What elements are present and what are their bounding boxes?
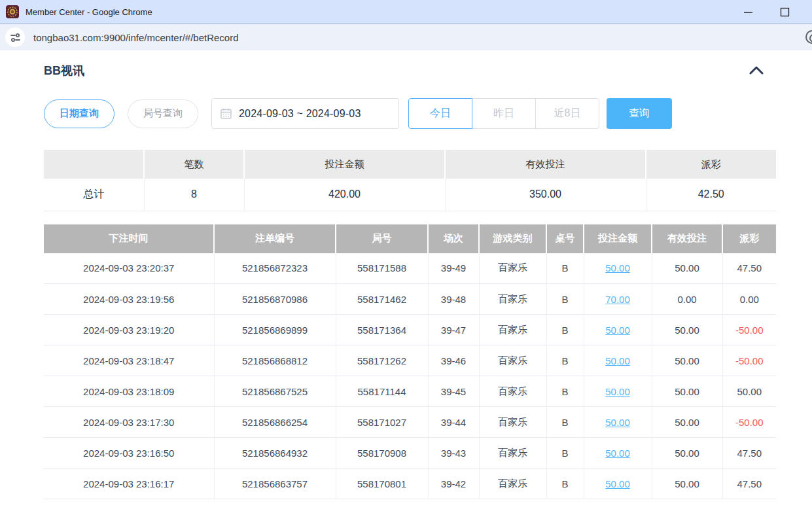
summary-header-cell: 有效投注 <box>445 150 646 179</box>
records-header-cell: 局号 <box>336 224 428 253</box>
table-no-cell: B <box>546 438 584 469</box>
quick-range-button-1[interactable]: 昨日 <box>472 98 536 129</box>
page-title: BB视讯 <box>44 63 84 79</box>
table-no-cell: B <box>546 345 584 376</box>
bet-amount-link[interactable]: 70.00 <box>605 294 630 305</box>
valid-bet-cell: 50.00 <box>652 469 722 499</box>
records-header-cell: 派彩 <box>722 224 776 253</box>
round-id-cell: 558171262 <box>336 345 428 376</box>
bet-amount-link[interactable]: 50.00 <box>605 386 630 397</box>
bet-id-cell: 521856863757 <box>214 469 336 499</box>
bet-id-cell: 521856864932 <box>214 438 336 469</box>
filter-toolbar: 日期查询 局号查询 2024-09-03 ~ 2024-09-03 今日昨日近8… <box>44 98 776 129</box>
game-type-cell: 百家乐 <box>479 284 546 315</box>
session-cell: 39-47 <box>428 315 479 345</box>
bet-time-cell: 2024-09-03 23:16:17 <box>44 469 214 499</box>
game-type-cell: 百家乐 <box>479 315 546 345</box>
payout-cell: 47.50 <box>722 469 776 499</box>
table-row: 2024-09-03 23:19:20521856869899558171364… <box>44 315 776 345</box>
bet-amount-cell: 50.00 <box>584 376 652 407</box>
bet-id-cell: 521856866254 <box>214 407 336 438</box>
window-titlebar: Member Center - Google Chrome <box>0 0 812 24</box>
bet-amount-link[interactable]: 50.00 <box>605 417 630 428</box>
round-id-cell: 558171588 <box>336 253 428 284</box>
site-favicon-icon <box>6 5 19 18</box>
maximize-button[interactable] <box>777 4 792 20</box>
summary-header-cell: 笔数 <box>144 150 244 179</box>
quick-range-group: 今日昨日近8日 <box>408 98 599 129</box>
bet-record-panel: BB视讯 日期查询 局号查询 2024-09-03 ~ 2024-09-03 今… <box>44 63 776 499</box>
payout-cell: 47.50 <box>722 253 776 284</box>
bet-id-cell: 521856868812 <box>214 345 336 376</box>
session-cell: 39-49 <box>428 253 479 284</box>
records-header-cell: 注单编号 <box>214 224 336 253</box>
records-header-cell: 下注时间 <box>44 224 214 253</box>
address-bar: tongbao31.com:9900/infe/mcenter/#/betRec… <box>0 24 812 50</box>
summary-payout-cell: 42.50 <box>646 179 776 211</box>
bet-time-cell: 2024-09-03 23:16:50 <box>44 438 214 469</box>
valid-bet-cell: 50.00 <box>652 376 722 407</box>
bet-id-cell: 521856869899 <box>214 315 336 345</box>
summary-header-row: 笔数投注金额有效投注派彩 <box>44 150 776 179</box>
profile-icon[interactable] <box>805 30 812 44</box>
bet-amount-link[interactable]: 50.00 <box>605 262 630 274</box>
table-no-cell: B <box>546 407 584 438</box>
table-row: 2024-09-03 23:18:09521856867525558171144… <box>44 376 776 407</box>
bet-amount-link[interactable]: 50.00 <box>605 478 630 489</box>
records-header-cell: 投注金额 <box>584 224 652 253</box>
game-type-cell: 百家乐 <box>479 438 546 469</box>
records-header-cell: 桌号 <box>546 224 584 253</box>
payout-cell: 0.00 <box>722 284 776 315</box>
payout-cell: 50.00 <box>722 376 776 407</box>
table-row: 2024-09-03 23:16:17521856863757558170801… <box>44 469 776 499</box>
bet-amount-cell: 70.00 <box>584 284 652 315</box>
valid-bet-cell: 50.00 <box>652 315 722 345</box>
summary-bet-amount-cell: 420.00 <box>244 179 445 211</box>
payout-cell: -50.00 <box>722 315 776 345</box>
bet-amount-link[interactable]: 50.00 <box>605 355 630 366</box>
window-controls <box>740 4 792 20</box>
round-query-tab[interactable]: 局号查询 <box>128 99 198 128</box>
quick-range-button-2[interactable]: 近8日 <box>535 98 599 129</box>
site-settings-icon[interactable] <box>5 27 25 47</box>
bet-time-cell: 2024-09-03 23:17:30 <box>44 407 214 438</box>
session-cell: 39-42 <box>428 469 479 499</box>
round-id-cell: 558170801 <box>336 469 428 499</box>
quick-range-button-0[interactable]: 今日 <box>408 98 472 129</box>
bet-amount-link[interactable]: 50.00 <box>605 448 630 459</box>
collapse-panel-button[interactable] <box>749 65 764 77</box>
summary-valid-bet-cell: 350.00 <box>445 179 646 211</box>
game-type-cell: 百家乐 <box>479 345 546 376</box>
bet-amount-cell: 50.00 <box>584 469 652 499</box>
valid-bet-cell: 50.00 <box>652 438 722 469</box>
payout-cell: -50.00 <box>722 345 776 376</box>
bet-amount-link[interactable]: 50.00 <box>605 325 630 336</box>
game-type-cell: 百家乐 <box>479 469 546 499</box>
bet-id-cell: 521856870986 <box>214 284 336 315</box>
chevron-up-icon <box>749 65 764 75</box>
table-no-cell: B <box>546 469 584 499</box>
window-title: Member Center - Google Chrome <box>26 7 152 17</box>
records-header-cell: 场次 <box>428 224 479 253</box>
table-no-cell: B <box>546 284 584 315</box>
valid-bet-cell: 50.00 <box>652 407 722 438</box>
date-range-input[interactable]: 2024-09-03 ~ 2024-09-03 <box>211 98 399 129</box>
summary-count-cell: 8 <box>144 179 244 211</box>
table-row: 2024-09-03 23:19:56521856870986558171462… <box>44 284 776 315</box>
valid-bet-cell: 50.00 <box>652 345 722 376</box>
game-type-cell: 百家乐 <box>479 253 546 284</box>
minimize-button[interactable] <box>740 4 756 20</box>
calendar-icon <box>221 108 232 119</box>
bet-amount-cell: 50.00 <box>584 345 652 376</box>
date-range-value: 2024-09-03 ~ 2024-09-03 <box>239 108 361 120</box>
bet-time-cell: 2024-09-03 23:18:47 <box>44 345 214 376</box>
bet-amount-cell: 50.00 <box>584 253 652 284</box>
round-id-cell: 558171462 <box>336 284 428 315</box>
address-url[interactable]: tongbao31.com:9900/infe/mcenter/#/betRec… <box>33 32 239 43</box>
search-button[interactable]: 查询 <box>607 98 672 129</box>
session-cell: 39-48 <box>428 284 479 315</box>
date-query-tab[interactable]: 日期查询 <box>44 99 115 128</box>
bet-time-cell: 2024-09-03 23:19:20 <box>44 315 214 345</box>
table-row: 2024-09-03 23:18:47521856868812558171262… <box>44 345 776 376</box>
bet-id-cell: 521856867525 <box>214 376 336 407</box>
